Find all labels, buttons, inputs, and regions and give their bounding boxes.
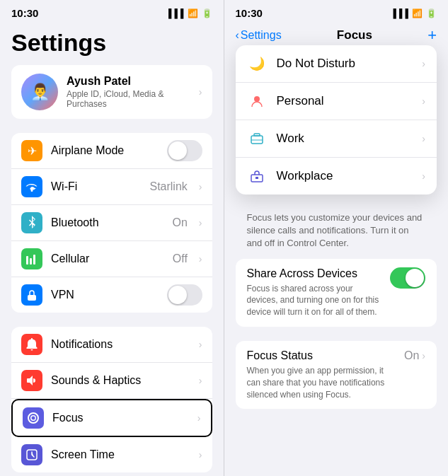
profile-section[interactable]: 👨‍💼 Ayush Patel Apple ID, iCloud, Media … <box>11 65 212 119</box>
svg-point-11 <box>254 96 260 102</box>
focus-label-left: Focus <box>52 412 186 424</box>
svg-rect-1 <box>30 258 32 265</box>
status-icons-right: ▐▐▐ 📶 🔋 <box>390 8 437 18</box>
work-chevron: › <box>422 133 425 144</box>
back-label: Settings <box>241 29 282 42</box>
profile-name: Ayush Patel <box>67 75 190 88</box>
share-toggle[interactable] <box>390 267 425 289</box>
donotdisturb-label: Do Not Disturb <box>277 57 413 71</box>
battery-icon-right: 🔋 <box>426 8 437 18</box>
wifi-icon: 📶 <box>188 8 198 18</box>
connectivity-group: ✈ Airplane Mode Wi-Fi Starlink › Bluetoo… <box>11 133 212 313</box>
wifi-label: Wi-Fi <box>51 180 141 193</box>
focus-status-value: On <box>404 349 419 362</box>
focus-status-title: Focus Status <box>247 349 398 362</box>
share-toggle-control[interactable] <box>390 267 425 289</box>
donotdisturb-chevron: › <box>422 58 425 69</box>
profile-info: Ayush Patel Apple ID, iCloud, Media & Pu… <box>67 75 190 109</box>
focus-chevron-left: › <box>197 412 201 424</box>
svg-rect-2 <box>33 255 35 265</box>
sounds-icon <box>21 370 42 391</box>
right-content: Focus lets you customize your devices an… <box>224 206 449 409</box>
share-across-row[interactable]: Share Across Devices Focus is shared acr… <box>236 259 437 327</box>
screentime-chevron: › <box>199 449 202 460</box>
notifications-icon <box>21 334 42 355</box>
focus-status-chevron: › <box>422 350 425 361</box>
focus-row[interactable]: Focus › <box>11 399 212 437</box>
vpn-row[interactable]: VPN <box>11 277 212 313</box>
status-icons-left: ▐▐▐ 📶 🔋 <box>166 8 212 18</box>
sounds-label: Sounds & Haptics <box>51 374 188 387</box>
workplace-icon <box>247 166 267 186</box>
signal-icon: ▐▐▐ <box>166 8 184 18</box>
vpn-icon <box>21 284 42 306</box>
focus-option-donotdisturb[interactable]: 🌙 Do Not Disturb › <box>236 45 437 83</box>
wifi-icon-row <box>21 176 42 197</box>
focus-status-section: Focus Status When you give an app permis… <box>236 341 437 409</box>
workplace-label: Workplace <box>277 169 413 183</box>
focus-status-control: On › <box>404 349 425 362</box>
airplane-label: Airplane Mode <box>51 144 159 157</box>
vpn-toggle[interactable] <box>167 284 202 306</box>
add-focus-button[interactable]: + <box>427 26 437 45</box>
vpn-label: VPN <box>51 289 159 301</box>
cellular-row[interactable]: Cellular Off › <box>11 241 212 277</box>
focus-status-row[interactable]: Focus Status When you give an app permis… <box>236 341 437 409</box>
focus-dropdown: 🌙 Do Not Disturb › Personal › <box>236 45 437 195</box>
svg-rect-13 <box>254 134 260 136</box>
focus-status-info: Focus Status When you give an app permis… <box>247 349 398 400</box>
bluetooth-row[interactable]: Bluetooth On › <box>11 205 212 241</box>
screentime-row[interactable]: Screen Time › <box>11 437 212 472</box>
bluetooth-label: Bluetooth <box>51 216 163 229</box>
notifications-group: Notifications › Sounds & Haptics › Focus… <box>11 327 212 472</box>
right-panel: 10:30 ▐▐▐ 📶 🔋 ‹ Settings Focus + 🌙 Do No… <box>224 0 449 476</box>
time-right: 10:30 <box>236 7 263 19</box>
back-button[interactable]: ‹ Settings <box>236 29 282 42</box>
sounds-chevron: › <box>199 375 202 386</box>
focus-option-workplace[interactable]: Workplace › <box>236 158 437 195</box>
workplace-chevron: › <box>422 170 425 182</box>
wifi-row[interactable]: Wi-Fi Starlink › <box>11 169 212 205</box>
battery-icon: 🔋 <box>202 8 212 18</box>
signal-icon-right: ▐▐▐ <box>390 8 408 18</box>
share-section: Share Across Devices Focus is shared acr… <box>236 259 437 327</box>
cellular-icon <box>21 248 42 269</box>
status-bar-right: 10:30 ▐▐▐ 📶 🔋 <box>224 0 449 23</box>
settings-title: Settings <box>0 23 224 65</box>
share-across-desc: Focus is shared across your devices, and… <box>247 283 385 318</box>
wifi-value: Starlink <box>149 180 187 193</box>
focus-option-work[interactable]: Work › <box>236 120 437 158</box>
focus-description: Focus lets you customize your devices an… <box>236 206 437 259</box>
work-icon <box>247 129 267 149</box>
svg-rect-0 <box>26 256 28 265</box>
cellular-value: Off <box>173 252 188 265</box>
airplane-toggle[interactable] <box>167 140 202 161</box>
left-panel: 10:30 ▐▐▐ 📶 🔋 Settings 👨‍💼 Ayush Patel A… <box>0 0 224 476</box>
airplane-icon: ✈ <box>21 140 42 161</box>
bluetooth-value: On <box>172 216 187 229</box>
notifications-row[interactable]: Notifications › <box>11 327 212 363</box>
share-across-title: Share Across Devices <box>247 267 385 280</box>
profile-subtitle: Apple ID, iCloud, Media & Purchases <box>67 89 190 109</box>
time-left: 10:30 <box>11 7 38 19</box>
personal-icon <box>247 91 267 111</box>
airplane-row[interactable]: ✈ Airplane Mode <box>11 133 212 169</box>
donotdisturb-icon: 🌙 <box>247 54 267 74</box>
sounds-row[interactable]: Sounds & Haptics › <box>11 363 212 399</box>
profile-chevron: › <box>199 86 202 98</box>
focus-status-desc: When you give an app permission, it can … <box>247 365 398 400</box>
svg-point-4 <box>31 297 33 299</box>
svg-rect-16 <box>255 177 258 179</box>
avatar: 👨‍💼 <box>21 74 58 110</box>
focus-option-personal[interactable]: Personal › <box>236 83 437 120</box>
bluetooth-chevron: › <box>199 217 202 228</box>
share-across-info: Share Across Devices Focus is shared acr… <box>247 267 385 318</box>
back-chevron: ‹ <box>236 29 239 42</box>
wifi-icon-right: 📶 <box>412 8 423 18</box>
screentime-icon <box>21 444 42 465</box>
bluetooth-icon <box>21 212 42 233</box>
cellular-label: Cellular <box>51 252 164 265</box>
notifications-chevron: › <box>199 339 202 350</box>
personal-label: Personal <box>277 94 413 108</box>
notifications-label: Notifications <box>51 338 188 351</box>
